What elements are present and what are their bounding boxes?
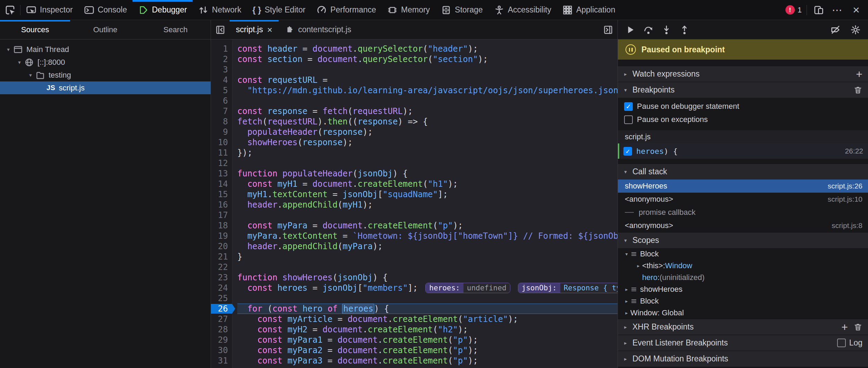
call-stack-frame[interactable]: promise callback (618, 206, 868, 219)
tab-debugger[interactable]: Debugger (133, 0, 193, 20)
line-number[interactable]: 5 (211, 85, 232, 96)
scope-row[interactable]: ▸Block (618, 295, 868, 307)
call-stack-frame[interactable]: <anonymous>script.js:8 (618, 219, 868, 232)
line-number[interactable]: 1 (211, 44, 232, 54)
line-number[interactable]: 29 (211, 335, 232, 345)
scopes-header[interactable]: ▾ Scopes (618, 232, 868, 248)
tab-memory[interactable]: Memory (382, 0, 435, 20)
breakpoint-option[interactable]: Pause on exceptions (618, 113, 868, 126)
line-number[interactable]: 17 (211, 210, 232, 220)
scope-row[interactable]: ▸<this>: Window (618, 260, 868, 272)
call-stack-frame[interactable]: <anonymous>script.js:10 (618, 193, 868, 206)
checkbox-checked[interactable]: ✓ (623, 147, 632, 156)
scope-row[interactable]: ▾Block (618, 248, 868, 260)
debugger-settings-button[interactable] (848, 22, 863, 37)
line-number[interactable]: 30 (211, 345, 232, 356)
scope-row[interactable]: ▸Window: Global (618, 307, 868, 319)
watch-expressions-header[interactable]: ▸ Watch expressions + (618, 66, 868, 82)
line-number[interactable]: 16 (211, 200, 232, 210)
line-number[interactable]: 20 (211, 241, 232, 252)
line-number[interactable]: 11 (211, 148, 232, 158)
breakpoint-item[interactable]: ✓heroes) {26:22 (618, 143, 868, 159)
line-number[interactable]: 26 (211, 304, 232, 314)
line-number[interactable]: 9 (211, 127, 232, 137)
code-line: }); (237, 148, 618, 158)
step-out-button[interactable] (677, 22, 692, 37)
line-number[interactable]: 2 (211, 54, 232, 64)
tree-item-main-thread[interactable]: ▾Main Thread (0, 43, 211, 56)
call-stack-frame[interactable]: showHeroesscript.js:26 (618, 179, 868, 193)
event-listener-breakpoints-header[interactable]: ▸ Event Listener Breakpoints Log (618, 335, 868, 351)
pick-element-button[interactable] (0, 0, 20, 20)
line-number[interactable]: 12 (211, 158, 232, 168)
line-number[interactable]: 13 (211, 168, 232, 179)
tab-storage[interactable]: Storage (435, 0, 488, 20)
checkbox-unchecked[interactable] (624, 115, 633, 124)
line-number[interactable]: 28 (211, 324, 232, 335)
code-token: textContent (272, 190, 327, 199)
breakpoint-option[interactable]: ✓Pause on debugger statement (618, 100, 868, 113)
scope-row[interactable]: hero: (uninitialized) (618, 272, 868, 283)
line-number[interactable]: 18 (211, 220, 232, 231)
code-token: requestURL (267, 117, 318, 126)
sources-tab-outline[interactable]: Outline (70, 20, 140, 39)
code-token: requestURL (352, 106, 403, 116)
toolbox-meatball-menu[interactable]: ⋯ (831, 3, 844, 17)
close-tab-icon[interactable]: × (267, 25, 272, 34)
tab-style-editor[interactable]: { }Style Editor (247, 0, 311, 20)
line-number[interactable]: 23 (211, 272, 232, 283)
deactivate-breakpoints-button[interactable] (828, 22, 843, 37)
error-counter[interactable]: ! 1 (785, 5, 802, 15)
code-line: myPara.textContent = `Hometown: ${jsonOb… (237, 231, 618, 241)
step-in-button[interactable] (659, 22, 674, 37)
checkbox-checked[interactable]: ✓ (624, 102, 633, 111)
editor-tab-script-js[interactable]: script.js× (230, 20, 279, 39)
collapse-sources-panel-button[interactable] (211, 20, 230, 39)
tree-item-testing[interactable]: ▾testing (0, 69, 211, 81)
line-number[interactable]: 31 (211, 356, 232, 366)
tab-inspector[interactable]: Inspector (20, 0, 78, 20)
step-over-button[interactable] (641, 22, 656, 37)
breakpoint-location: 26:22 (845, 147, 868, 155)
scope-row[interactable]: ▸showHeroes (618, 283, 868, 295)
responsive-design-button[interactable] (812, 3, 826, 17)
line-number[interactable]: 27 (211, 314, 232, 324)
add-watch-expression-button[interactable]: + (856, 69, 862, 80)
tree-item-script-js[interactable]: JSscript.js (0, 81, 211, 94)
remove-xhr-breakpoints-icon[interactable] (853, 323, 862, 332)
line-number[interactable]: 15 (211, 189, 232, 200)
sources-tab-search[interactable]: Search (141, 20, 211, 39)
line-number[interactable]: 21 (211, 252, 232, 262)
sources-tab-sources[interactable]: Sources (0, 20, 70, 39)
toggle-panes-button[interactable] (599, 20, 618, 39)
resume-button[interactable] (623, 22, 638, 37)
tab-performance[interactable]: Performance (311, 0, 382, 20)
tab-application[interactable]: Application (557, 0, 621, 20)
line-number[interactable]: 25 (211, 293, 232, 304)
breakpoint-source-header[interactable]: script.js (618, 130, 868, 143)
line-number[interactable]: 22 (211, 262, 232, 272)
line-number[interactable]: 19 (211, 231, 232, 241)
tab-accessibility[interactable]: Accessibility (488, 0, 557, 20)
dom-mutation-breakpoints-header[interactable]: ▸ DOM Mutation Breakpoints (618, 351, 868, 367)
remove-breakpoints-icon[interactable] (853, 86, 862, 95)
call-stack-header[interactable]: ▾ Call stack (618, 164, 868, 179)
line-number[interactable]: 8 (211, 116, 232, 127)
breakpoints-header[interactable]: ▾ Breakpoints (618, 82, 868, 98)
close-devtools-button[interactable]: × (849, 3, 863, 17)
editor-tab-contentscript-js[interactable]: contentscript.js (279, 20, 357, 39)
tree-item--8000[interactable]: ▾[::]:8000 (0, 56, 211, 69)
line-number[interactable]: 14 (211, 179, 232, 189)
tab-network[interactable]: Network (193, 0, 247, 20)
line-number[interactable]: 10 (211, 137, 232, 148)
code-token: ); (363, 200, 373, 210)
line-number[interactable]: 3 (211, 64, 232, 75)
add-xhr-breakpoint-button[interactable]: + (841, 322, 848, 333)
xhr-breakpoints-header[interactable]: ▸ XHR Breakpoints + (618, 319, 868, 335)
log-event-checkbox[interactable] (837, 339, 846, 347)
tab-console[interactable]: Console (78, 0, 133, 20)
line-number[interactable]: 7 (211, 106, 232, 116)
line-number[interactable]: 24 (211, 283, 232, 293)
line-number[interactable]: 4 (211, 75, 232, 85)
line-number[interactable]: 6 (211, 96, 232, 106)
